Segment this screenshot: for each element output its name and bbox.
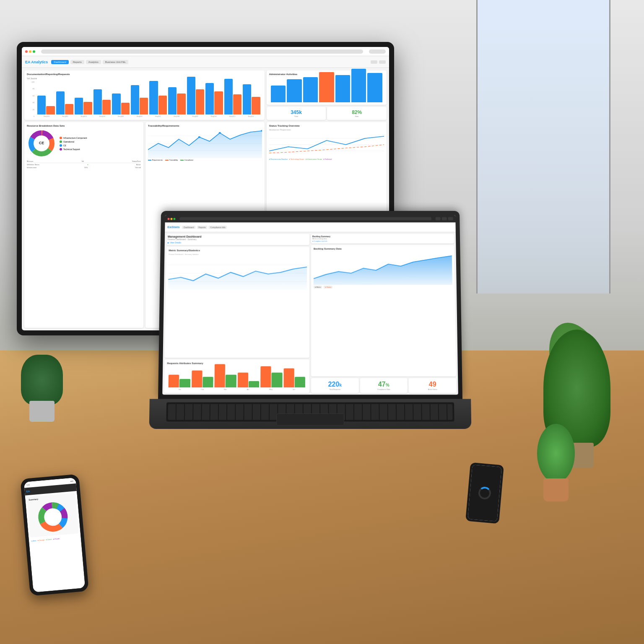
plant-desk: [535, 418, 577, 501]
phone2-body: [465, 462, 504, 524]
phone-ui: 9:41 ●●● EA Summary: [24, 478, 86, 592]
minimize-button[interactable]: [29, 50, 31, 53]
laptop-window-controls: [168, 218, 176, 220]
side-stats-row: 345k Total 82% Rate: [267, 107, 387, 120]
laptop-lid: EaStats Dashboard Reports Compliance Inf…: [158, 211, 462, 399]
side-bar-chart-card: Administrator Activities: [267, 70, 387, 105]
laptop-base: [149, 399, 472, 428]
phone-donut-chart: [29, 499, 77, 536]
laptop-nav-compliance[interactable]: Compliance Info: [209, 226, 227, 229]
side-bar-chart: [269, 77, 384, 102]
laptop-ui: EaStats Dashboard Reports Compliance Inf…: [162, 215, 458, 395]
monitor-tab-business[interactable]: Business Unit P&L: [103, 60, 129, 64]
laptop-bar-chart-title: Requests Attributes Summary: [167, 362, 307, 364]
window-light: [476, 0, 610, 293]
laptop-close-btn[interactable]: [168, 218, 170, 220]
laptop-screen: EaStats Dashboard Reports Compliance Inf…: [162, 215, 458, 395]
phone-body: 9:41 ●●● EA Summary: [20, 474, 89, 596]
laptop-trackpad: [276, 413, 344, 426]
donut-svg: CE: [27, 129, 56, 158]
stat-card-1: 345k Total: [267, 107, 326, 120]
laptop-stats-row: 220k Total Requests 47% Compliance Rate: [311, 378, 457, 393]
monitor-topbar: [22, 47, 389, 56]
side-line-chart-title: Status Tracking Overview: [269, 125, 384, 127]
monitor-logo: EA Analytics: [25, 60, 48, 64]
phone-content: Summary ● Blue: [25, 491, 81, 545]
phone-signal: ●●●: [70, 480, 73, 482]
laptop-min-btn[interactable]: [170, 218, 172, 220]
close-button[interactable]: [25, 50, 28, 53]
laptop-info-card: Backlog Summary Metric tracking data ● C…: [311, 234, 454, 244]
monitor-tab-reports[interactable]: Reports: [70, 60, 84, 64]
laptop-topbar: [165, 215, 456, 223]
donut-chart-title: Resource Breakdown Data Sets: [27, 125, 141, 127]
line-chart-title: Traceability/Requirements: [148, 125, 262, 127]
laptop-area-chart-card: Backlog Summary Data: [311, 245, 456, 376]
stat-label-1: Total Requests: [314, 388, 356, 390]
laptop-stat-card-2: 47% Compliance Rate: [360, 378, 408, 393]
laptop-area-chart-title: Backlog Summary Data: [314, 247, 452, 250]
phone-logo: EA: [26, 490, 30, 493]
laptop-max-btn[interactable]: [173, 218, 175, 220]
svg-point-7: [198, 136, 200, 138]
stat-label-2: Compliance Rate: [363, 388, 405, 390]
laptop: EaStats Dashboard Reports Compliance Inf…: [158, 211, 463, 429]
phone-left: 9:41 ●●● EA Summary: [20, 474, 89, 596]
maximize-button[interactable]: [33, 50, 35, 53]
monitor-window-controls: [25, 50, 35, 53]
monitor-tab-dashboard[interactable]: Dashboard: [51, 60, 68, 64]
donut-chart-card: Resource Breakdown Data Sets CE: [24, 122, 143, 328]
laptop-right-panel: Backlog Summary Metric tracking data ● C…: [311, 234, 457, 393]
laptop-logo: EaStats: [167, 225, 179, 229]
monitor-nav-tabs: Dashboard Reports Analytics Business Uni…: [51, 60, 128, 64]
laptop-navbar: EaStats Dashboard Reports Compliance Inf…: [165, 222, 456, 232]
stat-card-2: 82% Rate: [327, 107, 387, 120]
line-chart: [148, 129, 262, 158]
phone2-screen: [467, 465, 501, 522]
laptop-stat-card-1: 220k Total Requests: [311, 378, 359, 393]
laptop-subtitle: Finance Dashboard - Summary: [168, 238, 308, 241]
laptop-line-chart-card: Metric Summary/Statistics Finance Dashbo…: [165, 247, 309, 358]
laptop-nav-reports[interactable]: Reports: [197, 226, 207, 229]
phone-screen: 9:41 ●●● EA Summary: [24, 478, 86, 592]
main-bar-chart: [36, 81, 262, 114]
svg-point-20: [45, 509, 61, 525]
monitor-navbar: EA Analytics Dashboard Reports Analytics…: [22, 56, 389, 68]
laptop-page-title-card: Management Dashboard Finance Dashboard -…: [166, 234, 309, 245]
monitor-tab-analytics[interactable]: Analytics: [86, 60, 101, 64]
phone-time: 9:41: [26, 483, 30, 486]
donut-center-label: CE: [39, 141, 44, 145]
stat-label-3: Active Items: [411, 388, 454, 390]
laptop-main: Management Dashboard Finance Dashboard -…: [162, 232, 458, 395]
svg-point-8: [218, 132, 221, 134]
laptop-page-title: Management Dashboard: [168, 235, 308, 238]
main-bar-chart-title: Documentation/Reporting/Requests: [27, 73, 262, 75]
laptop-bar-chart-card: Requests Attributes Summary JanFebMar: [164, 359, 309, 393]
laptop-bar-chart: [167, 366, 307, 387]
laptop-line-chart-title: Metric Summary/Statistics: [169, 249, 307, 252]
laptop-nav-items: Dashboard Reports Compliance Info: [182, 226, 227, 229]
phone-right: [465, 462, 504, 524]
laptop-nav-dashboard[interactable]: Dashboard: [182, 226, 195, 229]
phone-donut-card: Summary: [27, 493, 79, 538]
donut-chart: CE Infrastructure Component Operational …: [27, 129, 141, 158]
main-bar-chart-card: Documentation/Reporting/Requests Val Jas…: [24, 70, 265, 120]
donut-legend: Infrastructure Component Operational CE …: [60, 137, 87, 151]
laptop-stat-card-3: 49 Active Items: [409, 378, 457, 393]
laptop-left-panel: Management Dashboard Finance Dashboard -…: [164, 234, 309, 393]
